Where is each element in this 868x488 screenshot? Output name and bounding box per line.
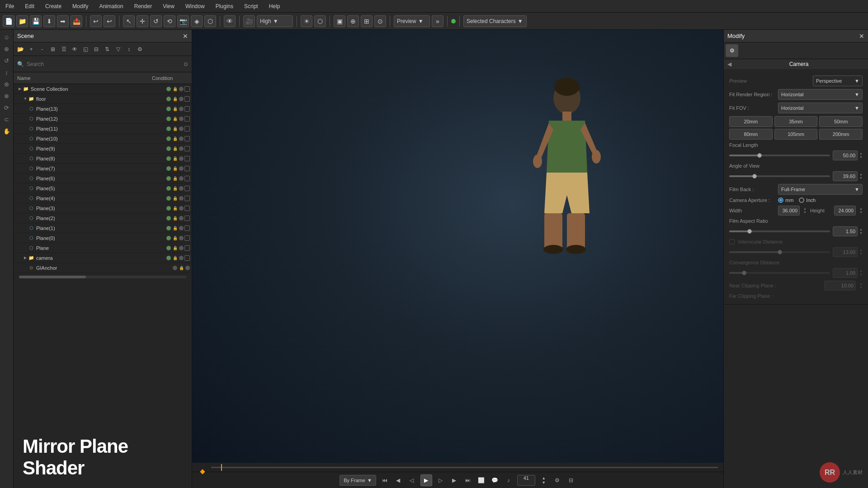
mode-btn[interactable]: ⬡ xyxy=(204,15,216,27)
search-options-icon[interactable]: ⊙ xyxy=(184,61,188,67)
tool-pose[interactable]: ⊗ xyxy=(1,90,12,101)
fit-fov-dropdown[interactable]: Horizontal ▼ xyxy=(778,103,863,113)
aperture-inch-radio[interactable] xyxy=(799,197,804,203)
menu-modify[interactable]: Modify xyxy=(71,2,90,10)
near-clip-arrows[interactable]: ▲▼ xyxy=(859,282,863,289)
menu-plugins[interactable]: Plugins xyxy=(214,2,235,10)
interocular-thumb[interactable] xyxy=(778,250,782,254)
tool-bones[interactable]: ⊛ xyxy=(1,79,12,89)
select-btn[interactable]: ↖ xyxy=(123,15,135,27)
tree-item-floor[interactable]: ▼ 📁 floor 🔒 xyxy=(14,94,192,104)
transform-btn[interactable]: ✛ xyxy=(137,15,148,27)
convergence-thumb[interactable] xyxy=(742,271,746,275)
aperture-inch-option[interactable]: Inch xyxy=(799,197,816,203)
scene-close[interactable]: ✕ xyxy=(183,33,188,40)
focal-length-arrows[interactable]: ▲ ▼ xyxy=(859,152,863,159)
tool-paint[interactable]: ⟳ xyxy=(1,102,12,113)
goto-end-btn[interactable]: ⏭ xyxy=(463,475,473,485)
export-btn[interactable]: 📤 xyxy=(71,15,82,27)
frame-arrows[interactable]: ▲▼ xyxy=(539,475,549,485)
camera-type-dropdown[interactable]: Perspective ▼ xyxy=(813,75,863,86)
focal-length-thumb[interactable] xyxy=(757,153,762,158)
rotate-btn[interactable]: ↺ xyxy=(150,15,162,27)
tool-scale[interactable]: ↕ xyxy=(1,67,12,78)
tree-item-plane0[interactable]: ⬡ Plane(0) 🔒 xyxy=(14,233,192,243)
scene-remove-btn[interactable]: - xyxy=(37,44,47,54)
mirror-btn[interactable]: ⊕ xyxy=(347,15,359,27)
aperture-mm-radio[interactable] xyxy=(778,197,783,203)
undo-btn[interactable]: ↩ xyxy=(90,15,102,27)
scene-add-btn[interactable]: + xyxy=(26,44,36,54)
new-btn[interactable]: 📄 xyxy=(3,15,14,27)
focal-length-value[interactable]: 50.00 xyxy=(833,150,858,160)
menu-help[interactable]: Help xyxy=(267,2,282,10)
film-aspect-arrows[interactable]: ▲ ▼ xyxy=(859,228,863,235)
selected-dropdown[interactable]: Selected Characters ▼ xyxy=(463,15,527,27)
prev-frame-btn[interactable]: ◀ xyxy=(393,475,403,485)
lock-icon-scene[interactable]: 🔒 xyxy=(172,86,178,92)
interocular-arrows[interactable]: ▲ ▼ xyxy=(859,249,863,256)
sky-btn[interactable]: ⬡ xyxy=(314,15,326,27)
speech-btn[interactable]: 💬 xyxy=(490,475,500,485)
width-input[interactable]: 36.000 xyxy=(778,206,800,216)
convergence-value[interactable]: 1.00 xyxy=(833,268,858,278)
menu-view[interactable]: View xyxy=(161,2,176,10)
height-arrows[interactable]: ▲▼ xyxy=(859,207,863,214)
scene-sort-btn[interactable]: ↕ xyxy=(124,44,134,54)
sun-btn[interactable]: ☀ xyxy=(301,15,312,27)
aov-track[interactable] xyxy=(729,175,830,177)
convergence-arrows[interactable]: ▲ ▼ xyxy=(859,269,863,277)
scene-list-btn[interactable]: ☰ xyxy=(59,44,69,54)
next-btn[interactable]: ▷ xyxy=(436,475,446,485)
menu-render[interactable]: Render xyxy=(132,2,154,10)
camera-section-header[interactable]: ◀ Camera xyxy=(724,59,868,69)
import-btn[interactable]: ⬇ xyxy=(43,15,55,27)
tree-item-plane9[interactable]: ⬡ Plane(9) 🔒 xyxy=(14,144,192,154)
film-back-dropdown[interactable]: Full-Frame ▼ xyxy=(778,184,863,195)
check-scene[interactable] xyxy=(184,86,190,92)
tree-item-plane[interactable]: ⬡ Plane 🔒 xyxy=(14,243,192,253)
width-arrows[interactable]: ▲▼ xyxy=(803,207,807,214)
tree-item-plane1[interactable]: ⬡ Plane(1) 🔒 xyxy=(14,223,192,233)
camera-btn[interactable]: 📷 xyxy=(177,15,189,27)
focal-80mm[interactable]: 80mm xyxy=(729,129,773,140)
menu-window[interactable]: Window xyxy=(184,2,207,10)
search-input[interactable] xyxy=(27,61,181,67)
c1[interactable] xyxy=(184,106,190,112)
tree-item-plane7[interactable]: ⬡ Plane(7) 🔒 xyxy=(14,164,192,174)
fit-render-dropdown[interactable]: Horizontal ▼ xyxy=(778,89,863,100)
timeline-track[interactable] xyxy=(211,467,718,468)
tree-item-gianchor[interactable]: ⊙ GIAnchor 🔒 xyxy=(14,263,192,273)
interocular-value[interactable]: 13.00 xyxy=(833,247,858,257)
tool-rotate[interactable]: ↺ xyxy=(1,55,12,66)
focal-105mm[interactable]: 105mm xyxy=(774,129,818,140)
save-btn[interactable]: 💾 xyxy=(30,15,42,27)
by-frame-btn[interactable]: By Frame ▼ xyxy=(340,475,376,486)
film-aspect-value[interactable]: 1.50 xyxy=(833,226,858,236)
focal-length-track[interactable] xyxy=(729,155,830,156)
tool-select[interactable]: ☺ xyxy=(1,32,12,42)
settings-btn[interactable]: ⚙ xyxy=(552,475,562,485)
tree-item-plane10[interactable]: ⬡ Plane(10) 🔒 xyxy=(14,134,192,144)
focal-50mm[interactable]: 50mm xyxy=(819,116,863,127)
tree-item-plane3[interactable]: ⬡ Plane(3) 🔒 xyxy=(14,203,192,213)
prev-btn[interactable]: ◁ xyxy=(407,475,417,485)
l1[interactable]: 🔒 xyxy=(172,106,178,112)
scene-filter-btn[interactable]: ▽ xyxy=(113,44,123,54)
convergence-track[interactable] xyxy=(729,272,830,274)
view-btn[interactable]: 👁 xyxy=(224,15,236,27)
menu-edit[interactable]: Edit xyxy=(23,2,36,10)
next-frame-btn[interactable]: ▶ xyxy=(449,475,459,485)
tree-item-plane6[interactable]: ⬡ Plane(6) 🔒 xyxy=(14,174,192,183)
tree-item-plane5[interactable]: ⬡ Plane(5) 🔒 xyxy=(14,183,192,193)
tree-item-plane11[interactable]: ⬡ Plane(11) 🔒 xyxy=(14,124,192,134)
play-btn[interactable]: ▶ xyxy=(420,474,432,486)
tool-morph[interactable]: ⊂ xyxy=(1,114,12,125)
tree-item-plane4[interactable]: ⬡ Plane(4) 🔒 xyxy=(14,193,192,203)
scene-lock-btn[interactable]: ⊟ xyxy=(91,44,101,54)
render-dropdown[interactable]: Preview ▼ xyxy=(394,15,430,27)
interocular-track[interactable] xyxy=(729,251,830,253)
scene-order-btn[interactable]: ⇅ xyxy=(102,44,112,54)
tree-item-camera-group[interactable]: ▶ 📁 camera 🔒 xyxy=(14,253,192,263)
modify-close[interactable]: ✕ xyxy=(859,33,864,40)
